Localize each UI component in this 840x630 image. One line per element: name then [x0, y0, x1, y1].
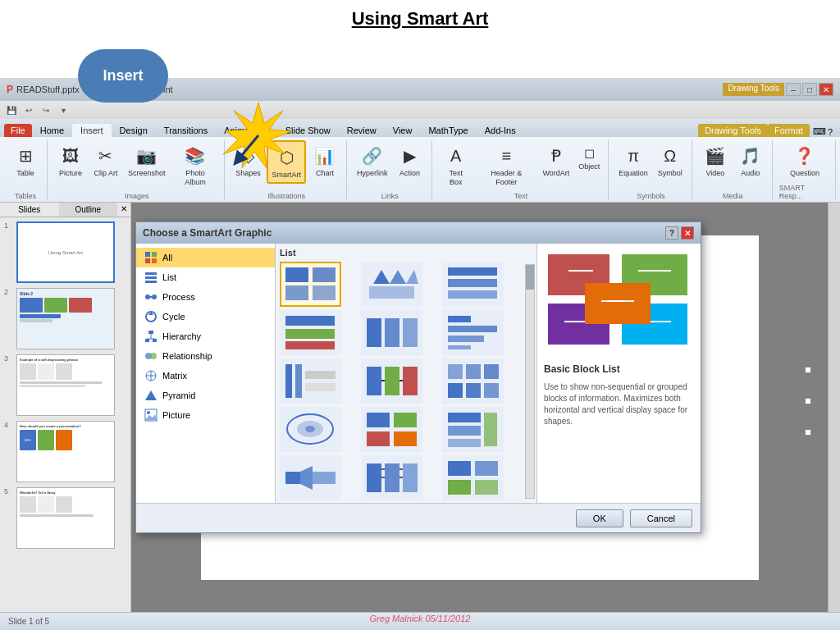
- ribbon-btn-object[interactable]: ◻ Object: [575, 140, 603, 174]
- tab-mathtype[interactable]: MathType: [420, 124, 476, 137]
- category-relationship[interactable]: Relationship: [136, 346, 275, 366]
- dialog-ok-button[interactable]: OK: [576, 509, 623, 527]
- smartart-item-14[interactable]: [361, 455, 422, 500]
- qa-redo[interactable]: ↪: [39, 103, 53, 116]
- slide-thumb-1[interactable]: 1 Using Smart Art: [4, 221, 126, 283]
- ribbon-btn-textbox[interactable]: A Text Box: [439, 140, 473, 189]
- ribbon-btn-table[interactable]: ⊞ Table: [9, 140, 42, 180]
- group-links-items: 🔗 Hyperlink ▶ Action: [354, 140, 427, 190]
- svg-rect-79: [385, 463, 399, 492]
- question-btn-icon: ❓: [792, 143, 818, 169]
- ribbon-btn-question[interactable]: ❓ Question: [787, 140, 823, 180]
- ribbon-btn-headerfooter[interactable]: ≡ Header & Footer: [476, 140, 537, 189]
- dialog-close-buttons: ? ✕: [665, 226, 694, 240]
- slide-thumb-4[interactable]: 4 How should you create a presentation? …: [4, 421, 126, 482]
- category-cycle[interactable]: Cycle: [136, 307, 275, 326]
- category-list[interactable]: List: [136, 267, 275, 287]
- ribbon-btn-wordart[interactable]: Ᵽ WordArt: [539, 140, 573, 180]
- tab-slides[interactable]: Slides: [0, 203, 59, 217]
- category-pyramid[interactable]: Pyramid: [136, 386, 275, 405]
- right-scrollbar[interactable]: [828, 203, 840, 612]
- grid-scrollbar[interactable]: [525, 264, 535, 499]
- ribbon-btn-screenshot[interactable]: 📷 Screenshot: [125, 140, 169, 180]
- smartart-item-basic-block[interactable]: [280, 262, 341, 307]
- illustrations-group-label: Illustrations: [267, 192, 305, 200]
- smartart-item-7[interactable]: [280, 358, 341, 404]
- svg-rect-7: [145, 276, 157, 279]
- slide-thumb-2[interactable]: 2 Slide 2: [4, 288, 126, 349]
- dialog-help-button[interactable]: ?: [665, 226, 678, 240]
- dialog-titlebar: Choose a SmartArt Graphic ? ✕: [136, 222, 701, 244]
- smartart-item-6[interactable]: [442, 310, 504, 355]
- dialog-cancel-button[interactable]: Cancel: [630, 509, 692, 527]
- dialog-close-button[interactable]: ✕: [681, 226, 694, 240]
- tab-home[interactable]: Home: [32, 124, 72, 137]
- footer-text: Greg Malnick 05/11/2012: [370, 614, 471, 623]
- smartart-item-15[interactable]: [442, 455, 504, 500]
- tab-file[interactable]: File: [4, 124, 32, 137]
- table-label: Table: [16, 169, 34, 178]
- drawing-tools-label: Drawing Tools: [723, 83, 784, 96]
- svg-rect-4: [145, 258, 150, 263]
- quick-access-toolbar: 💾 ↩ ↪ ▾: [0, 101, 840, 119]
- category-process[interactable]: Process: [136, 287, 275, 307]
- help-icon[interactable]: ⌨: [813, 126, 826, 137]
- svg-rect-29: [313, 267, 336, 282]
- ribbon-btn-audio[interactable]: 🎵 Audio: [734, 140, 767, 180]
- category-hierarchy-label: Hierarchy: [162, 331, 201, 341]
- tab-format[interactable]: Format: [768, 124, 810, 137]
- smartart-item-4[interactable]: [280, 310, 341, 355]
- dialog-body: All List Process: [136, 244, 701, 503]
- ribbon-btn-video[interactable]: 🎬 Video: [699, 140, 732, 180]
- qa-undo[interactable]: ↩: [21, 103, 36, 116]
- tab-drawing-tools[interactable]: Drawing Tools: [698, 124, 768, 137]
- tab-transitions[interactable]: Transitions: [156, 124, 216, 137]
- ribbon-btn-picture[interactable]: 🖼 Picture: [54, 140, 87, 180]
- close-button[interactable]: ✕: [819, 83, 833, 96]
- slide-thumb-5[interactable]: 5 Wonderful! Tell a Story: [4, 487, 126, 549]
- tab-design[interactable]: Design: [112, 124, 156, 137]
- ribbon-btn-hyperlink[interactable]: 🔗 Hyperlink: [354, 140, 391, 180]
- svg-rect-8: [145, 281, 157, 283]
- smartart-item-13[interactable]: [280, 455, 341, 500]
- ribbon-btn-action[interactable]: ▶ Action: [394, 140, 427, 180]
- smartart-item-9[interactable]: [442, 358, 504, 404]
- close-panel-button[interactable]: ✕: [117, 203, 130, 217]
- qa-save[interactable]: 💾: [4, 103, 19, 116]
- svg-rect-45: [448, 316, 471, 322]
- category-matrix[interactable]: Matrix: [136, 366, 275, 386]
- ribbon-btn-chart[interactable]: 📊 Chart: [308, 140, 341, 180]
- question-icon[interactable]: ?: [828, 127, 833, 137]
- hierarchy-category-icon: [144, 330, 158, 343]
- smartart-item-3[interactable]: [442, 262, 504, 307]
- minimize-button[interactable]: –: [786, 83, 801, 96]
- tab-view[interactable]: View: [385, 124, 421, 137]
- smartart-item-11[interactable]: [361, 407, 422, 452]
- grid-scrollbar-thumb[interactable]: [526, 265, 534, 290]
- tab-addins[interactable]: Add-Ins: [477, 124, 524, 137]
- smartart-item-2[interactable]: [361, 262, 422, 307]
- qa-more[interactable]: ▾: [56, 103, 71, 116]
- action-icon: ▶: [397, 143, 423, 169]
- slide-thumb-3[interactable]: 3 Example of a self-deprecating phrase: [4, 354, 126, 416]
- smartart-item-5[interactable]: [361, 310, 422, 355]
- smartart-item-12[interactable]: [442, 407, 504, 452]
- tab-review[interactable]: Review: [339, 124, 385, 137]
- smartart-item-10[interactable]: [280, 407, 341, 452]
- category-picture[interactable]: Picture: [136, 405, 275, 425]
- ribbon-btn-clipart[interactable]: ✂ Clip Art: [89, 140, 122, 180]
- app-icon: P: [7, 84, 13, 95]
- ribbon-btn-equation[interactable]: π Equation: [615, 140, 651, 180]
- ribbon-btn-symbol[interactable]: Ω Symbol: [654, 140, 687, 180]
- category-hierarchy[interactable]: Hierarchy: [136, 326, 275, 346]
- ribbon-btn-photoalbum[interactable]: 📚 Photo Album: [171, 140, 219, 189]
- process-category-icon: [144, 290, 158, 304]
- picture-icon: 🖼: [57, 143, 84, 169]
- tab-outline[interactable]: Outline: [59, 203, 118, 217]
- slides-list: 1 Using Smart Art 2 Slide 2: [0, 217, 130, 612]
- wordart-label: WordArt: [542, 169, 569, 178]
- category-all[interactable]: All: [136, 248, 275, 267]
- tab-insert[interactable]: Insert: [72, 124, 112, 137]
- smartart-item-8[interactable]: [361, 358, 422, 404]
- maximize-button[interactable]: □: [802, 83, 817, 96]
